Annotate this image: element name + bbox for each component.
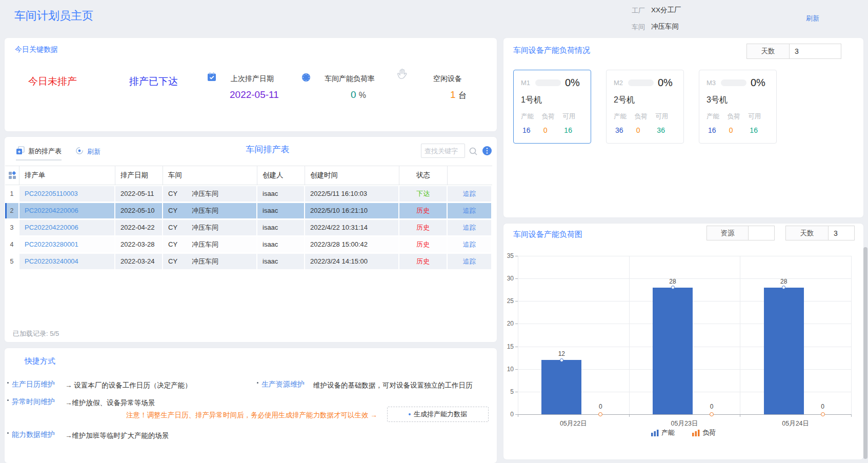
table-row-selected[interactable]: 2 PC202204220006 2022-05-10 CY冲压车间 isaac… <box>5 203 492 218</box>
capacity-load-chart: 0510152025303505月22日12005月23日28005月24日28… <box>503 224 863 459</box>
capacity-chart-panel: 车间设备产能负荷图 资源 天数 0510152025303505月22日1200… <box>503 224 863 459</box>
order-link[interactable]: PC202203240004 <box>19 254 115 269</box>
order-link[interactable]: PC202204220006 <box>19 203 115 218</box>
gridline-v <box>740 256 740 414</box>
clock-icon <box>301 73 311 84</box>
created-time: 2022/5/10 16:21:10 <box>305 203 399 218</box>
generate-capacity-button[interactable]: 生成排产能力数据 <box>387 407 489 422</box>
shortcut-exception-time[interactable]: 异常时间维护 <box>7 397 55 407</box>
load-value: 0 <box>728 126 749 134</box>
search-icon[interactable] <box>469 147 478 158</box>
workshop-code: CY <box>168 224 177 231</box>
trace-link[interactable]: 追踪 <box>463 190 476 197</box>
table-row[interactable]: 3 PC202204220006 2022-04-22 CY冲压车间 isaac… <box>5 220 492 235</box>
capacity-bar <box>764 288 804 414</box>
shortcut-production-resource[interactable]: 生产资源维护 <box>257 380 305 389</box>
selected-row-indicator <box>5 203 7 218</box>
point-value-label: 0 <box>590 403 611 410</box>
shortcuts-panel: 快捷方式 生产日历维护 → 设置本厂的设备工作日历（决定产能） 生产资源维护 维… <box>5 348 497 463</box>
legend-item-负荷[interactable]: 负荷 <box>692 428 716 437</box>
machine-card-m2[interactable]: M2 0% 2号机 产能 负荷 可用 36 0 36 <box>606 70 684 144</box>
x-axis-label: 05月24日 <box>773 419 819 428</box>
shortcut-production-calendar[interactable]: 生产日历维护 <box>7 380 55 389</box>
table-row[interactable]: 4 PC202203280001 2022-03-28 CY冲压车间 isaac… <box>5 237 492 252</box>
more-options-icon[interactable] <box>482 146 492 158</box>
creator: isaac <box>257 186 305 202</box>
machine-name: 2号机 <box>614 95 676 106</box>
col-header-action <box>448 166 492 185</box>
order-link[interactable]: PC202205110003 <box>19 186 115 202</box>
point-value-label: 0 <box>701 403 722 410</box>
col-header-status: 状态 <box>399 166 448 185</box>
table-row[interactable]: 5 PC202203240004 2022-03-24 CY冲压车间 isaac… <box>5 254 492 269</box>
action-cell: 追踪 <box>448 203 492 218</box>
bullet-dot <box>7 382 9 384</box>
page-scrollbar-thumb[interactable] <box>863 247 867 459</box>
gridline-v <box>629 256 630 414</box>
key-data-panel: 今日关键数据 今日未排产 排产已下达 上次排产日期 2022-05-11 车间产… <box>5 38 497 131</box>
machine-card-m1[interactable]: M1 0% 1号机 产能 负荷 可用 16 0 16 <box>513 70 591 144</box>
load-progress-bar <box>721 79 746 86</box>
machine-code: M2 <box>614 79 627 87</box>
unscheduled-status: 今日未排产 <box>28 75 77 88</box>
machine-card-m3[interactable]: M3 0% 3号机 产能 负荷 可用 16 0 16 <box>699 70 777 144</box>
trace-link[interactable]: 追踪 <box>463 241 476 248</box>
col-header-date: 排产日期 <box>115 166 163 185</box>
y-axis-label: 0 <box>499 411 514 418</box>
machine-name: 1号机 <box>521 95 583 106</box>
legend-label: 负荷 <box>702 428 716 437</box>
key-data-title: 今日关键数据 <box>15 45 58 54</box>
notice-text: 注意！调整生产日历、排产异常时间后，务必使用生成排产能力数据才可以生效 → <box>126 411 377 420</box>
search-input[interactable] <box>421 144 465 158</box>
load-rate-number: 0 <box>351 89 356 100</box>
y-axis-label: 35 <box>499 252 514 259</box>
factory-value: XX分工厂 <box>651 6 681 15</box>
table-refresh-button[interactable]: 刷新 <box>75 147 100 156</box>
schedule-date: 2022-04-22 <box>115 220 163 235</box>
load-label: 负荷 <box>728 112 749 121</box>
workshop-label: 车间 <box>632 23 645 32</box>
schedule-date: 2022-05-11 <box>115 186 163 202</box>
page-refresh-link[interactable]: 刷新 <box>806 14 819 23</box>
workshop-cell: CY冲压车间 <box>163 220 257 235</box>
workshop-cell: CY冲压车间 <box>163 237 257 252</box>
x-axis-line <box>518 414 851 415</box>
available-value: 16 <box>562 126 583 134</box>
load-percent: 0% <box>658 77 673 89</box>
load-rate-label: 车间产能负荷率 <box>325 74 375 84</box>
load-label: 负荷 <box>635 112 656 121</box>
col-header-order: 排产单 <box>19 166 115 185</box>
available-label: 可用 <box>655 112 676 121</box>
order-link[interactable]: PC202204220006 <box>19 220 115 235</box>
bar-value-label: 28 <box>662 278 683 285</box>
capacity-panel-title: 车间设备产能负荷情况 <box>513 46 590 55</box>
action-cell: 追踪 <box>448 237 492 252</box>
capacity-load-panel: 车间设备产能负荷情况 天数 M1 0% 1号机 产能 负荷 可用 16 0 16 <box>503 38 863 217</box>
status-badge: 历史 <box>399 254 448 269</box>
x-axis-tick <box>851 414 852 417</box>
calendar-icon <box>207 72 217 84</box>
row-number: 1 <box>5 186 19 202</box>
trace-link[interactable]: 追踪 <box>463 258 476 265</box>
shortcut-capability-data[interactable]: 能力数据维护 <box>7 430 55 439</box>
bar-chart-icon <box>651 430 659 436</box>
creator: isaac <box>257 237 305 252</box>
gridline-v <box>851 256 852 414</box>
page-title: 车间计划员主页 <box>14 8 93 24</box>
new-schedule-button[interactable]: 新的排产表 <box>16 146 62 160</box>
load-value: 0 <box>635 126 656 134</box>
trace-link[interactable]: 追踪 <box>463 207 476 214</box>
bullet-dot <box>257 382 258 384</box>
load-progress-bar <box>535 79 561 86</box>
point-value-label: 0 <box>813 403 833 410</box>
legend-item-产能[interactable]: 产能 <box>651 428 675 437</box>
days-input[interactable] <box>789 44 841 59</box>
order-link[interactable]: PC202203280001 <box>19 237 115 252</box>
row-number: 4 <box>5 237 19 252</box>
creator: isaac <box>257 220 305 235</box>
trace-link[interactable]: 追踪 <box>463 224 476 231</box>
col-header-created: 创建时间 <box>305 166 399 185</box>
table-header-row: 排产单 排产日期 车间 创建人 创建时间 状态 <box>5 166 492 185</box>
shortcut-production-calendar-desc: → 设置本厂的设备工作日历（决定产能） <box>65 381 192 390</box>
table-row[interactable]: 1 PC202205110003 2022-05-11 CY冲压车间 isaac… <box>5 186 492 202</box>
